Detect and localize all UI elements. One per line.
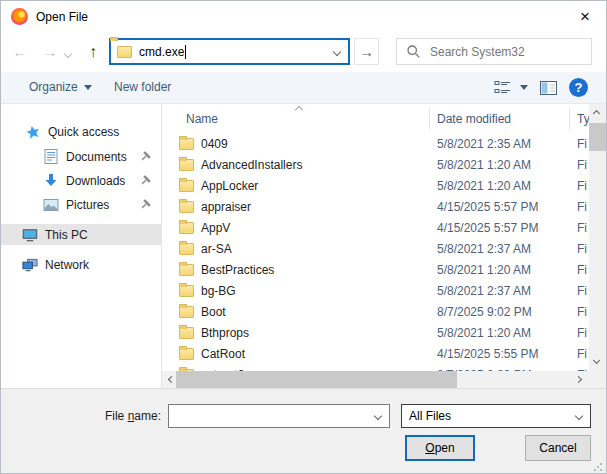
sidebar-item-label: Downloads	[66, 174, 125, 188]
vertical-scrollbar[interactable]	[589, 104, 606, 371]
file-name: AppLocker	[201, 176, 258, 197]
footer: File name: All Files Open Cancel	[1, 388, 606, 474]
file-type: Fi	[577, 197, 587, 218]
column-divider[interactable]	[429, 108, 430, 130]
up-icon[interactable]: ↑	[81, 33, 105, 72]
pin-icon	[140, 150, 152, 162]
search-input[interactable]	[430, 39, 591, 64]
chevron-down-icon	[84, 85, 92, 90]
table-row[interactable]: AppLocker 5/8/2021 1:20 AM Fi	[162, 176, 589, 197]
vertical-scroll-thumb[interactable]	[589, 123, 606, 151]
column-header-type[interactable]: Ty	[577, 104, 590, 133]
go-button[interactable]: →	[354, 38, 379, 65]
file-name: Bthprops	[201, 323, 249, 344]
cancel-button[interactable]: Cancel	[525, 435, 591, 461]
address-text: cmd.exe	[139, 45, 184, 59]
preview-pane-icon[interactable]	[540, 81, 557, 95]
folder-icon	[179, 348, 194, 360]
file-date: 5/8/2021 2:35 AM	[437, 134, 531, 155]
history-chevron-icon[interactable]	[64, 50, 72, 58]
text-caret	[185, 45, 186, 59]
folder-icon	[179, 180, 194, 192]
file-date: 4/15/2025 5:57 PM	[437, 218, 538, 239]
file-type: Fi	[577, 302, 587, 323]
pin-icon	[140, 198, 152, 210]
file-date: 5/8/2021 1:20 AM	[437, 323, 531, 344]
organize-button[interactable]: Organize	[29, 72, 92, 103]
table-row[interactable]: AppV 4/15/2025 5:57 PM Fi	[162, 218, 589, 239]
download-icon	[43, 173, 59, 188]
file-date: 5/8/2021 1:20 AM	[437, 155, 531, 176]
file-type-select[interactable]: All Files	[401, 404, 591, 428]
file-type: Fi	[577, 218, 587, 239]
file-name: Boot	[201, 302, 226, 323]
file-type: Fi	[577, 155, 587, 176]
scroll-up-button[interactable]	[589, 104, 606, 121]
network-icon	[22, 258, 38, 272]
horizontal-scroll-thumb[interactable]	[176, 371, 457, 388]
resize-grip-icon[interactable]	[593, 462, 603, 472]
back-icon[interactable]: ←	[9, 33, 31, 72]
table-row[interactable]: CatRoot 4/15/2025 5:55 PM Fi	[162, 344, 589, 365]
close-icon[interactable]: ×	[570, 4, 600, 30]
table-row[interactable]: 0409 5/8/2021 2:35 AM Fi	[162, 134, 589, 155]
sidebar-item-label: Documents	[66, 150, 127, 164]
file-name-combobox	[168, 404, 390, 428]
forward-icon[interactable]: →	[39, 33, 61, 72]
table-row[interactable]: BestPractices 5/8/2021 1:20 AM Fi	[162, 260, 589, 281]
star-icon	[25, 125, 41, 139]
table-row[interactable]: Bthprops 5/8/2021 1:20 AM Fi	[162, 323, 589, 344]
file-name-label: File name:	[41, 409, 161, 423]
help-icon[interactable]: ?	[569, 78, 588, 97]
address-chevron-icon[interactable]	[333, 48, 341, 56]
chevron-down-icon[interactable]	[374, 412, 382, 420]
view-dropdown-icon[interactable]	[520, 85, 528, 90]
file-name: ar-SA	[201, 239, 232, 260]
file-date: 8/7/2025 9:02 PM	[437, 302, 532, 323]
address-bar[interactable]: cmd.exe	[109, 38, 350, 65]
new-folder-button[interactable]: New folder	[114, 72, 171, 103]
column-header-date-modified[interactable]: Date modified	[437, 104, 511, 133]
chevron-down-icon	[575, 412, 583, 420]
firefox-icon	[11, 8, 28, 25]
sidebar-item-downloads[interactable]: Downloads	[1, 170, 162, 191]
file-name-input[interactable]	[170, 406, 368, 426]
file-name: AppV	[201, 218, 230, 239]
scrollbar-corner	[589, 371, 606, 388]
sidebar-item-documents[interactable]: Documents	[1, 146, 162, 167]
file-name: 0409	[201, 134, 228, 155]
open-button[interactable]: Open	[405, 435, 475, 461]
file-date: 5/8/2021 2:37 AM	[437, 281, 531, 302]
title-bar: Open File ×	[1, 1, 606, 33]
details-view-icon[interactable]	[494, 80, 512, 95]
pin-icon	[140, 174, 152, 186]
sidebar-item-label: This PC	[45, 228, 88, 242]
sidebar-item-quick-access[interactable]: Quick access	[1, 121, 162, 142]
sidebar-item-this-pc[interactable]: This PC	[1, 224, 162, 245]
folder-icon	[179, 306, 194, 318]
scroll-down-button[interactable]	[589, 354, 606, 371]
table-row[interactable]: Boot 8/7/2025 9:02 PM Fi	[162, 302, 589, 323]
table-row[interactable]: appraiser 4/15/2025 5:57 PM Fi	[162, 197, 589, 218]
document-icon	[43, 149, 59, 164]
sidebar-item-pictures[interactable]: Pictures	[1, 194, 162, 215]
folder-icon	[179, 327, 194, 339]
table-row[interactable]: AdvancedInstallers 5/8/2021 1:20 AM Fi	[162, 155, 589, 176]
folder-icon	[179, 264, 194, 276]
table-row[interactable]: ar-SA 5/8/2021 2:37 AM Fi	[162, 239, 589, 260]
table-row[interactable]: bg-BG 5/8/2021 2:37 AM Fi	[162, 281, 589, 302]
sidebar: Quick access Documents Downloads Picture…	[1, 104, 162, 388]
file-type: Fi	[577, 344, 587, 365]
horizontal-scrollbar[interactable]	[162, 371, 589, 388]
folder-icon	[179, 201, 194, 213]
scroll-right-button[interactable]	[572, 371, 589, 388]
sidebar-item-network[interactable]: Network	[1, 254, 162, 275]
open-file-dialog: Open File × ← → ↑ cmd.exe → Organize New…	[0, 0, 607, 474]
column-divider[interactable]	[569, 108, 570, 130]
sidebar-item-label: Pictures	[66, 198, 109, 212]
navigation-bar: ← → ↑ cmd.exe →	[1, 33, 606, 72]
computer-icon	[22, 228, 38, 242]
organize-label: Organize	[29, 80, 78, 94]
column-header-name[interactable]: Name	[186, 104, 218, 133]
search-box[interactable]	[396, 38, 592, 65]
